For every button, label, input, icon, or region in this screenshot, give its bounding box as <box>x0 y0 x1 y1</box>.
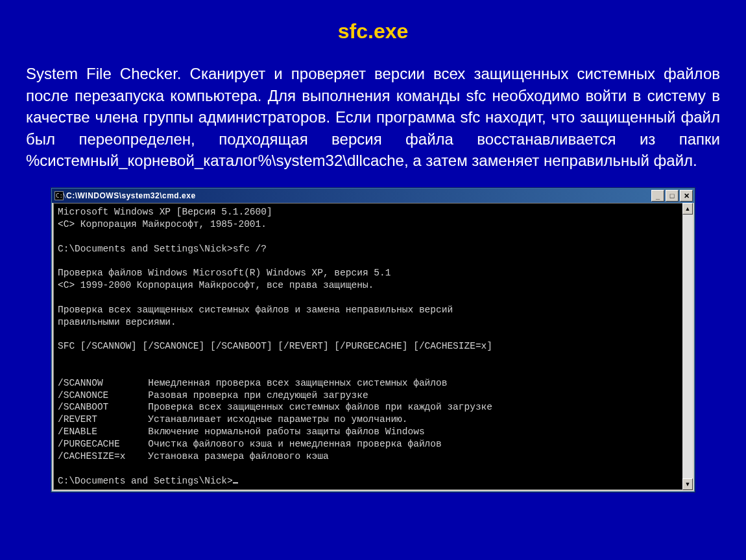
cmd-window: C:\ C:\WINDOWS\system32\cmd.exe _ □ ✕ Mi… <box>51 188 695 492</box>
maximize-button[interactable]: □ <box>666 190 679 202</box>
scroll-up-button[interactable]: ▲ <box>682 203 693 215</box>
cursor <box>233 482 238 484</box>
close-button[interactable]: ✕ <box>680 190 693 202</box>
window-controls: _ □ ✕ <box>651 190 693 202</box>
cmd-client-area: Microsoft Windows XP [Версия 5.1.2600] <… <box>52 203 694 491</box>
titlebar[interactable]: C:\ C:\WINDOWS\system32\cmd.exe _ □ ✕ <box>52 189 694 203</box>
window-title-text: C:\WINDOWS\system32\cmd.exe <box>66 191 651 200</box>
page-title: sfc.exe <box>26 19 720 43</box>
scroll-track[interactable] <box>682 215 693 478</box>
vertical-scrollbar[interactable]: ▲ ▼ <box>682 203 693 490</box>
cmd-output[interactable]: Microsoft Windows XP [Версия 5.1.2600] <… <box>53 203 682 490</box>
minimize-button[interactable]: _ <box>651 190 664 202</box>
slide: sfc.exe System File Checker. Сканирует и… <box>0 0 746 511</box>
description-text: System File Checker. Сканирует и проверя… <box>26 63 720 172</box>
cmd-icon: C:\ <box>54 191 64 200</box>
scroll-down-button[interactable]: ▼ <box>682 478 693 490</box>
